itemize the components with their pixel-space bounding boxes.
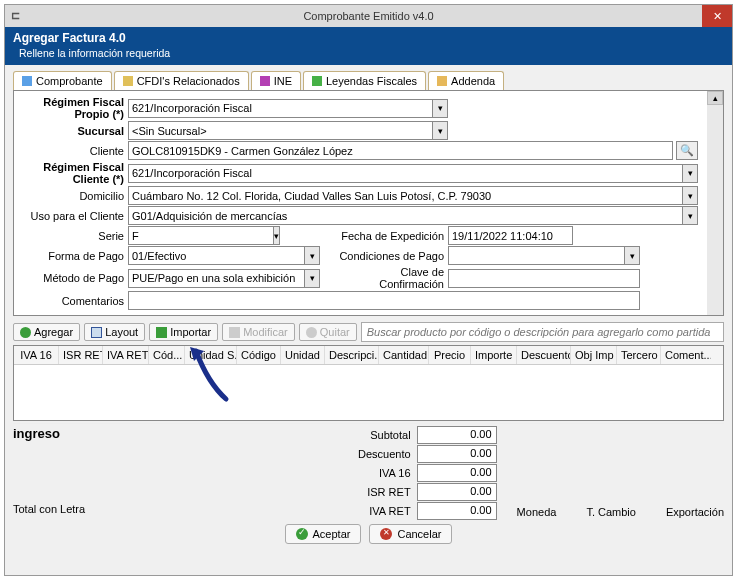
aceptar-button[interactable]: Aceptar: [285, 524, 362, 544]
col-descuento[interactable]: Descuento: [517, 346, 571, 364]
dropdown-icon[interactable]: ▾: [682, 186, 698, 205]
metodo-pago-label: Método de Pago: [18, 272, 128, 284]
modificar-button[interactable]: Modificar: [222, 323, 295, 341]
col-importe[interactable]: Importe: [471, 346, 517, 364]
serie-input[interactable]: [128, 226, 273, 245]
button-label: Quitar: [320, 326, 350, 338]
dropdown-icon[interactable]: ▾: [624, 246, 640, 265]
tab-addenda[interactable]: Addenda: [428, 71, 504, 90]
page-title: Agregar Factura 4.0: [13, 31, 724, 45]
domicilio-label: Domicilio: [18, 190, 128, 202]
cliente-lookup-button[interactable]: 🔍: [676, 141, 698, 160]
page-subtitle: Rellene la información requerida: [19, 47, 724, 59]
metodo-pago-input[interactable]: [128, 269, 304, 288]
col-unidad[interactable]: Unidad: [281, 346, 325, 364]
dropdown-icon[interactable]: ▾: [432, 99, 448, 118]
agregar-button[interactable]: Agregar: [13, 323, 80, 341]
button-label: Modificar: [243, 326, 288, 338]
regimen-propio-input[interactable]: [128, 99, 432, 118]
dropdown-icon[interactable]: ▾: [432, 121, 448, 140]
button-label: Aceptar: [313, 528, 351, 540]
importar-button[interactable]: Importar: [149, 323, 218, 341]
grid-body[interactable]: [14, 365, 723, 420]
footer-buttons: Aceptar Cancelar: [5, 524, 732, 544]
col-tercero[interactable]: Tercero: [617, 346, 661, 364]
descuento-value: 0.00: [417, 445, 497, 463]
col-precio[interactable]: Precio: [429, 346, 471, 364]
tab-label: Leyendas Fiscales: [326, 75, 417, 87]
cond-pago-label: Condiciones de Pago: [338, 250, 448, 262]
col-iva16[interactable]: IVA 16: [14, 346, 59, 364]
clave-conf-label: Clave de Confirmación: [338, 266, 448, 290]
totals-area: ingreso Total con Letra Subtotal0.00 Des…: [13, 423, 724, 520]
dropdown-icon[interactable]: ▾: [273, 226, 280, 245]
uso-cliente-label: Uso para el Cliente: [18, 210, 128, 222]
clave-conf-input[interactable]: [448, 269, 640, 288]
col-objimp[interactable]: Obj Imp: [571, 346, 617, 364]
col-unidads[interactable]: Unidad S...: [185, 346, 237, 364]
tcambio-label: T. Cambio: [586, 506, 636, 518]
forma-pago-input[interactable]: [128, 246, 304, 265]
isrret-label: ISR RET: [327, 486, 417, 498]
regimen-propio-label: Régimen Fiscal Propio (*): [18, 96, 128, 120]
layout-button[interactable]: Layout: [84, 323, 145, 341]
dropdown-icon[interactable]: ▾: [682, 164, 698, 183]
iva16-value: 0.00: [417, 464, 497, 482]
fecha-exp-input[interactable]: [448, 226, 573, 245]
total-con-letra-label: Total con Letra: [13, 503, 327, 515]
page-header: Agregar Factura 4.0 Rellene la informaci…: [5, 27, 732, 65]
subtotal-value: 0.00: [417, 426, 497, 444]
comentarios-input[interactable]: [128, 291, 640, 310]
col-cantidad[interactable]: Cantidad: [379, 346, 429, 364]
isrret-value: 0.00: [417, 483, 497, 501]
button-label: Agregar: [34, 326, 73, 338]
forma-pago-label: Forma de Pago: [18, 250, 128, 262]
iva16-label: IVA 16: [327, 467, 417, 479]
col-ivaret[interactable]: IVA RET: [103, 346, 149, 364]
close-button[interactable]: ✕: [702, 5, 732, 27]
uso-cliente-input[interactable]: [128, 206, 682, 225]
domicilio-input[interactable]: [128, 186, 682, 205]
grid-header: IVA 16 ISR RET IVA RET Cód... Unidad S..…: [14, 346, 723, 365]
cond-pago-input[interactable]: [448, 246, 624, 265]
serie-label: Serie: [18, 230, 128, 242]
search-input[interactable]: [361, 322, 724, 342]
app-icon: ⊏: [11, 9, 25, 23]
scrollbar[interactable]: ▴: [707, 91, 723, 315]
dropdown-icon[interactable]: ▾: [682, 206, 698, 225]
col-descripci[interactable]: Descripci...: [325, 346, 379, 364]
col-codigo[interactable]: Código: [237, 346, 281, 364]
dropdown-icon[interactable]: ▾: [304, 246, 320, 265]
ivaret-value: 0.00: [417, 502, 497, 520]
tab-ine[interactable]: INE: [251, 71, 301, 90]
subtotal-label: Subtotal: [327, 429, 417, 441]
tab-label: Comprobante: [36, 75, 103, 87]
form-area: ▴ Régimen Fiscal Propio (*) ▾ Sucursal ▾…: [13, 90, 724, 316]
dropdown-icon[interactable]: ▾: [304, 269, 320, 288]
moneda-label: Moneda: [517, 506, 557, 518]
sucursal-label: Sucursal: [18, 125, 128, 137]
tabs: Comprobante CFDI's Relacionados INE Leye…: [13, 71, 724, 90]
col-coment[interactable]: Coment...: [661, 346, 711, 364]
tab-cfdis[interactable]: CFDI's Relacionados: [114, 71, 249, 90]
tab-leyendas[interactable]: Leyendas Fiscales: [303, 71, 426, 90]
tab-label: Addenda: [451, 75, 495, 87]
regimen-cliente-input[interactable]: [128, 164, 682, 183]
cancelar-button[interactable]: Cancelar: [369, 524, 452, 544]
cliente-label: Cliente: [18, 145, 128, 157]
exportacion-label: Exportación: [666, 506, 724, 518]
fecha-exp-label: Fecha de Expedición: [338, 230, 448, 242]
cancel-icon: [380, 528, 392, 540]
col-cod[interactable]: Cód...: [149, 346, 185, 364]
sucursal-input[interactable]: [128, 121, 432, 140]
tab-comprobante[interactable]: Comprobante: [13, 71, 112, 90]
window-title: Comprobante Emitido v4.0: [303, 10, 433, 22]
quitar-button[interactable]: Quitar: [299, 323, 357, 341]
regimen-cliente-label: Régimen Fiscal Cliente (*): [18, 161, 128, 185]
col-isrret[interactable]: ISR RET: [59, 346, 103, 364]
ingreso-label: ingreso: [13, 426, 327, 441]
button-label: Importar: [170, 326, 211, 338]
scroll-up-icon[interactable]: ▴: [707, 91, 723, 105]
cliente-input[interactable]: [128, 141, 673, 160]
ok-icon: [296, 528, 308, 540]
